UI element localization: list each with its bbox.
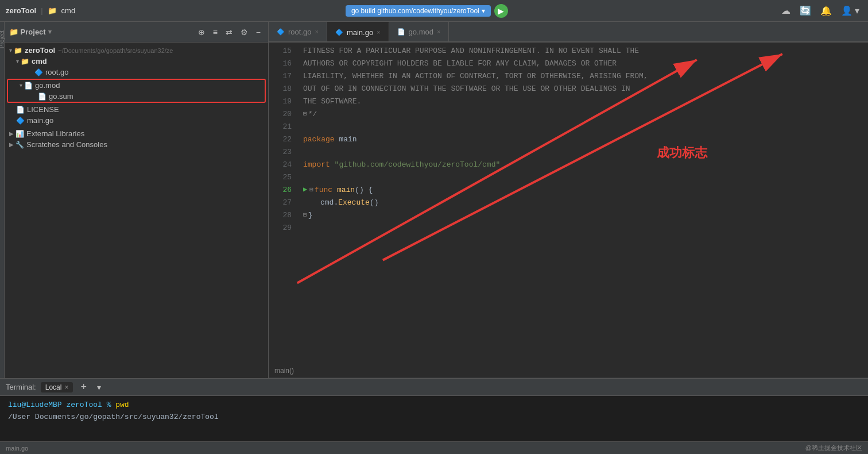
dropdown-chevron: ▾ xyxy=(48,28,52,36)
tree-cmd-folder[interactable]: ▾ 📁 cmd xyxy=(5,56,268,67)
code-line-27: cmd.Execute() xyxy=(303,197,868,209)
terminal-close[interactable]: × xyxy=(64,383,68,391)
tab-root-go-close[interactable]: × xyxy=(315,28,318,35)
sidebar-project-label[interactable]: Project xyxy=(0,30,5,48)
code-line-24: import "github.com/codewithyou/zeroTool/… xyxy=(303,159,868,171)
title-bar: zeroTool | 📁 cmd go build github.com/cod… xyxy=(0,0,868,22)
sync-button[interactable]: 🔄 xyxy=(797,4,814,17)
license-name: LICENSE xyxy=(27,105,59,114)
code-line-23 xyxy=(303,146,868,159)
tab-main-go-close[interactable]: × xyxy=(377,29,380,36)
terminal-local-tab[interactable]: Local × xyxy=(41,382,73,393)
run-gutter-26[interactable]: ▶ xyxy=(303,184,307,195)
terminal-prompt: liu@LiudeMBP zeroTool % xyxy=(8,401,115,409)
tab-root-go-label: root.go xyxy=(288,28,311,36)
root-go-icon: 🔷 xyxy=(34,68,43,76)
func-main-name: main xyxy=(337,184,355,197)
ln-28: 28 xyxy=(269,209,292,222)
code-text-18: OUT OF OR IN CONNECTION WITH THE SOFTWAR… xyxy=(303,83,630,95)
import-path: "github.com/codewithyou/zeroTool/cmd" xyxy=(335,159,501,171)
project-panel: 📁 Project ▾ ⊕ ≡ ⇄ ⚙ − ▾ 📁 zeroTool ~/Do xyxy=(5,22,269,378)
func-main-parens: () { xyxy=(355,184,373,197)
expand-button[interactable]: ⇄ xyxy=(223,26,235,38)
tree-license[interactable]: 📄 LICENSE xyxy=(5,104,268,115)
cloud-button[interactable]: ☁ xyxy=(778,4,793,17)
run-button[interactable]: ▶ xyxy=(494,4,508,18)
terminal-dropdown-button[interactable]: ▾ xyxy=(94,382,104,393)
tree-external-libs[interactable]: ▶ 📊 External Libraries xyxy=(5,128,268,139)
code-line-26: ▶ ⊟ func main () { xyxy=(303,184,868,197)
ln-23: 23 xyxy=(269,146,292,159)
fold-icon-28[interactable]: ⊟ xyxy=(303,210,307,221)
collapse-button[interactable]: ≡ xyxy=(210,26,220,38)
tree-main-go[interactable]: 🔷 main.go xyxy=(5,115,268,126)
tree-root[interactable]: ▾ 📁 zeroTool ~/Documents/go/gopath/src/s… xyxy=(5,45,268,56)
ln-25: 25 xyxy=(269,171,292,184)
code-line-19: THE SOFTWARE. xyxy=(303,95,868,108)
root-path: ~/Documents/go/gopath/src/suyuan32/ze xyxy=(58,47,173,54)
cmd-chevron: ▾ xyxy=(16,58,19,64)
tab-go-mod-close[interactable]: × xyxy=(437,28,440,35)
ln-15: 15 xyxy=(269,45,292,57)
terminal-tab-name: Local xyxy=(45,383,62,391)
output-line2: Documents/go/gopath/src/suyuan32/zeroToo… xyxy=(35,413,219,421)
fold-icon-20[interactable]: ⊟ xyxy=(303,109,307,120)
terminal-content: liu@LiudeMBP zeroTool % pwd /User Docume… xyxy=(0,396,868,441)
ext-lib-name: External Libraries xyxy=(26,129,84,138)
title-bar-center: go build github.com/codewithyou/zeroTool… xyxy=(346,4,508,18)
tab-bar: 🔷 root.go × 🔷 main.go × 📄 go.mod × xyxy=(269,22,868,43)
terminal-add-button[interactable]: + xyxy=(78,380,90,394)
main-go-icon: 🔷 xyxy=(16,117,25,125)
tree-go-mod[interactable]: ▾ 📄 go.mod xyxy=(8,80,265,91)
ln-29: 29 xyxy=(269,222,292,234)
tab-root-go-icon: 🔷 xyxy=(277,28,285,36)
scratches-name: Scratches and Consoles xyxy=(26,140,107,149)
output-line1: /User xyxy=(8,413,30,421)
settings-button[interactable]: ⚙ xyxy=(238,26,251,38)
go-mod-chevron: ▾ xyxy=(20,82,22,89)
kw-import: import xyxy=(303,159,335,171)
tab-root-go[interactable]: 🔷 root.go × xyxy=(269,22,327,41)
tab-go-mod[interactable]: 📄 go.mod × xyxy=(389,22,450,41)
cmd-folder-name: cmd xyxy=(32,57,47,66)
project-toolbar: ⊕ ≡ ⇄ ⚙ − xyxy=(195,26,264,38)
run-config-dropdown[interactable]: go build github.com/codewithyou/zeroTool… xyxy=(346,5,491,17)
tab-main-go[interactable]: 🔷 main.go × xyxy=(327,22,389,41)
project-tree: ▾ 📁 zeroTool ~/Documents/go/gopath/src/s… xyxy=(5,43,268,378)
tree-go-sum[interactable]: 📄 go.sum xyxy=(8,91,265,102)
line-numbers: 15 16 17 18 19 20 21 22 23 24 25 26 27 2… xyxy=(269,43,297,363)
tree-root-go[interactable]: 🔷 root.go xyxy=(5,67,268,78)
status-left: main.go xyxy=(6,445,28,452)
code-text-17: LIABILITY, WHETHER IN AN ACTION OF CONTR… xyxy=(303,71,648,83)
root-go-name: root.go xyxy=(45,68,68,76)
kw-func: func xyxy=(315,184,337,197)
scratches-chevron: ▶ xyxy=(9,141,14,148)
cmd-folder-icon: 📁 xyxy=(21,57,29,66)
code-content: FITNESS FOR A PARTICULAR PURPOSE AND NON… xyxy=(297,43,868,363)
add-file-button[interactable]: ⊕ xyxy=(195,26,208,38)
bell-button[interactable]: 🔔 xyxy=(817,4,835,17)
dropdown-arrow: ▾ xyxy=(482,7,485,15)
go-mod-name: go.mod xyxy=(35,81,60,90)
folder-icon-title: 📁 xyxy=(48,6,57,15)
pkg-main: main xyxy=(339,134,356,146)
breadcrumb-text: main() xyxy=(274,367,294,375)
tree-scratches[interactable]: ▶ 🔧 Scratches and Consoles xyxy=(5,139,268,150)
go-sum-name: go.sum xyxy=(49,92,73,101)
bottom-panel: Terminal: Local × + ▾ liu@LiudeMBP zeroT… xyxy=(0,378,868,454)
terminal-label: Terminal: xyxy=(6,383,36,391)
ln-18: 18 xyxy=(269,83,292,95)
main-go-name: main.go xyxy=(27,116,53,125)
terminal-bar: Terminal: Local × + ▾ xyxy=(0,379,868,396)
ln-16: 16 xyxy=(269,57,292,70)
code-text-19: THE SOFTWARE. xyxy=(303,96,361,108)
user-button[interactable]: 👤 ▾ xyxy=(838,4,862,17)
close-panel-button[interactable]: − xyxy=(253,26,264,38)
code-text-20: */ xyxy=(308,109,317,121)
title-bar-left: zeroTool | 📁 cmd xyxy=(6,6,75,15)
fold-icon-26[interactable]: ⊟ xyxy=(309,185,313,195)
watermark: @稀土掘金技术社区 xyxy=(805,444,862,452)
code-line-17: LIABILITY, WHETHER IN AN ACTION OF CONTR… xyxy=(303,70,868,83)
status-bar: main.go @稀土掘金技术社区 xyxy=(0,441,868,454)
tab-go-mod-label: go.mod xyxy=(409,28,433,36)
